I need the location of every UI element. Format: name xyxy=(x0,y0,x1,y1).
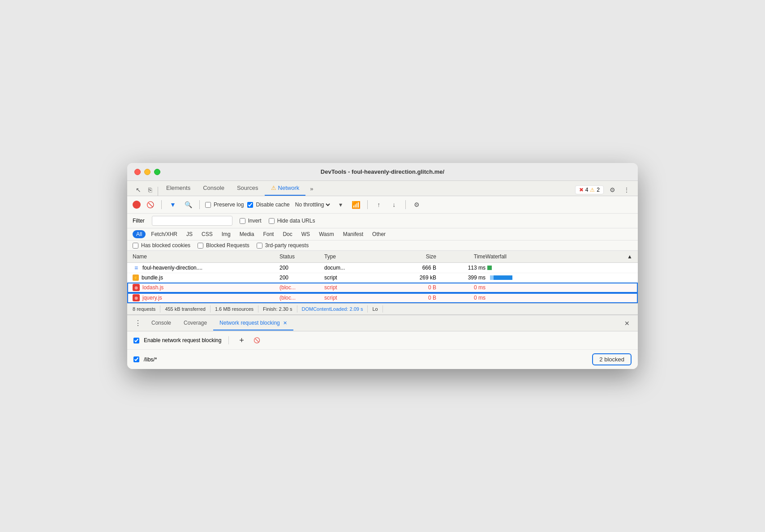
warning-count: 2 xyxy=(597,187,600,193)
blocked-cookies-input[interactable] xyxy=(133,243,138,249)
type-btn-manifest[interactable]: Manifest xyxy=(340,230,367,238)
blocked-requests-input[interactable] xyxy=(198,243,203,249)
status-col: 200 xyxy=(279,275,324,281)
bottom-tab-console[interactable]: Console xyxy=(145,316,177,330)
blocking-list-item[interactable]: /libs/* 2 blocked xyxy=(127,350,638,369)
tab-elements[interactable]: Elements xyxy=(160,181,197,196)
type-btn-js[interactable]: JS xyxy=(183,230,196,238)
table-header: Name Status Type Size Time Waterfall ▲ xyxy=(127,251,638,263)
bottom-tab-network-blocking[interactable]: Network request blocking ✕ xyxy=(213,316,293,330)
type-col: script xyxy=(324,275,387,281)
js-icon: ⚡ xyxy=(133,275,139,281)
col-status[interactable]: Status xyxy=(279,253,324,261)
pattern-text: /libs/* xyxy=(144,356,157,363)
table-row-blocked[interactable]: ⊗ lodash.js (bloc... script 0 B 0 ms xyxy=(127,283,638,293)
network-toolbar: 🚫 ▼ 🔍 Preserve log Disable cache No thro… xyxy=(127,196,638,214)
type-btn-doc[interactable]: Doc xyxy=(279,230,296,238)
file-name: bundle.js xyxy=(142,275,163,281)
invert-checkbox[interactable]: Invert xyxy=(240,218,262,224)
invert-input[interactable] xyxy=(240,218,245,224)
blocked-count-badge: 2 blocked xyxy=(592,353,632,365)
filter-icon[interactable]: ▼ xyxy=(167,199,179,210)
hide-data-urls-input[interactable] xyxy=(269,218,275,224)
type-btn-font[interactable]: Font xyxy=(259,230,277,238)
disable-cache-input[interactable] xyxy=(247,202,253,208)
status-bar: 8 requests 455 kB transferred 1.6 MB res… xyxy=(127,303,638,314)
blocked-icon: ⊗ xyxy=(133,294,140,301)
table-row-blocked[interactable]: ⊗ jquery.js (bloc... script 0 B 0 ms xyxy=(127,293,638,303)
file-name: foul-heavenly-direction.... xyxy=(142,265,202,271)
close-button[interactable] xyxy=(134,169,141,175)
pattern-checkbox[interactable] xyxy=(133,356,139,362)
table-row[interactable]: ⚡ bundle.js 200 script 269 kB 399 ms xyxy=(127,273,638,283)
tab-network[interactable]: ⚠ Network xyxy=(265,181,306,196)
type-btn-img[interactable]: Img xyxy=(218,230,234,238)
type-btn-fetch[interactable]: Fetch/XHR xyxy=(147,230,181,238)
clear-icon[interactable]: 🚫 xyxy=(144,199,156,210)
col-name[interactable]: Name xyxy=(133,253,279,261)
type-btn-media[interactable]: Media xyxy=(236,230,258,238)
bottom-tab-coverage[interactable]: Coverage xyxy=(177,316,213,330)
col-type[interactable]: Type xyxy=(324,253,387,261)
transferred-status: 455 kB transferred xyxy=(160,305,211,313)
cursor-icon[interactable]: ↖ xyxy=(133,184,144,196)
upload-icon[interactable]: ↑ xyxy=(373,199,385,210)
blocked-requests-checkbox[interactable]: Blocked Requests xyxy=(198,242,249,249)
row-name-col: ≡ foul-heavenly-direction.... xyxy=(133,264,279,271)
hide-data-urls-checkbox[interactable]: Hide data URLs xyxy=(269,218,315,224)
type-btn-all[interactable]: All xyxy=(133,230,146,238)
minimize-button[interactable] xyxy=(144,169,150,175)
wifi-icon[interactable]: 📶 xyxy=(350,199,362,210)
status-col: 200 xyxy=(279,265,324,271)
warning-icon: ⚠ xyxy=(271,184,276,191)
maximize-button[interactable] xyxy=(154,169,160,175)
blocking-controls-row: Enable network request blocking + 🚫 xyxy=(127,331,638,350)
type-btn-css[interactable]: CSS xyxy=(198,230,216,238)
tab-close-icon[interactable]: ✕ xyxy=(283,320,287,326)
enable-blocking-label: Enable network request blocking xyxy=(144,337,221,343)
error-count-badge[interactable]: ✖ 4 ⚠ 2 xyxy=(575,185,604,194)
third-party-checkbox[interactable]: 3rd-party requests xyxy=(257,242,309,249)
file-name: lodash.js xyxy=(142,284,163,291)
col-waterfall[interactable]: Waterfall ▲ xyxy=(486,253,632,261)
third-party-input[interactable] xyxy=(257,243,262,249)
col-time[interactable]: Time xyxy=(436,253,486,261)
settings-icon[interactable]: ⚙ xyxy=(606,184,618,196)
network-settings-icon[interactable]: ⚙ xyxy=(411,199,423,210)
sort-icon: ▲ xyxy=(627,253,632,260)
bar-green xyxy=(487,266,492,270)
tab-sources[interactable]: Sources xyxy=(231,181,265,196)
more-vert-icon[interactable]: ⋮ xyxy=(621,184,632,196)
blocked-cookies-checkbox[interactable]: Has blocked cookies xyxy=(133,242,190,249)
table-row[interactable]: ≡ foul-heavenly-direction.... 200 docum.… xyxy=(127,263,638,273)
throttle-dropdown-icon[interactable]: ▾ xyxy=(335,199,347,210)
type-btn-ws[interactable]: WS xyxy=(298,230,314,238)
device-icon[interactable]: ⎘ xyxy=(144,184,156,196)
tab-more[interactable]: » xyxy=(305,182,318,196)
bottom-tab-bar: ⋮ Console Coverage Network request block… xyxy=(127,315,638,331)
disable-cache-checkbox[interactable]: Disable cache xyxy=(247,202,289,208)
size-col: 0 B xyxy=(387,284,436,291)
type-col: script xyxy=(324,284,387,291)
preserve-log-checkbox[interactable]: Preserve log xyxy=(205,202,244,208)
preserve-log-input[interactable] xyxy=(205,202,211,208)
traffic-lights xyxy=(134,169,160,175)
time-col: 399 ms xyxy=(436,275,486,281)
doc-icon: ≡ xyxy=(133,264,140,271)
record-button[interactable] xyxy=(133,201,141,209)
waterfall-bar xyxy=(486,265,632,270)
type-btn-other[interactable]: Other xyxy=(369,230,389,238)
col-size[interactable]: Size xyxy=(387,253,436,261)
throttle-select[interactable]: No throttling Slow 3G Fast 3G xyxy=(293,201,331,208)
cancel-all-button[interactable]: 🚫 xyxy=(251,335,262,346)
panel-close-icon[interactable]: ✕ xyxy=(620,316,634,330)
filter-input[interactable] xyxy=(152,216,232,226)
enable-blocking-checkbox[interactable] xyxy=(133,338,139,343)
type-btn-wasm[interactable]: Wasm xyxy=(315,230,338,238)
tab-console[interactable]: Console xyxy=(197,181,231,196)
download-icon[interactable]: ↓ xyxy=(388,199,400,210)
search-icon[interactable]: 🔍 xyxy=(182,199,194,210)
add-pattern-button[interactable]: + xyxy=(236,335,247,346)
bar-teal xyxy=(494,275,512,280)
bottom-menu-icon[interactable]: ⋮ xyxy=(131,315,145,331)
